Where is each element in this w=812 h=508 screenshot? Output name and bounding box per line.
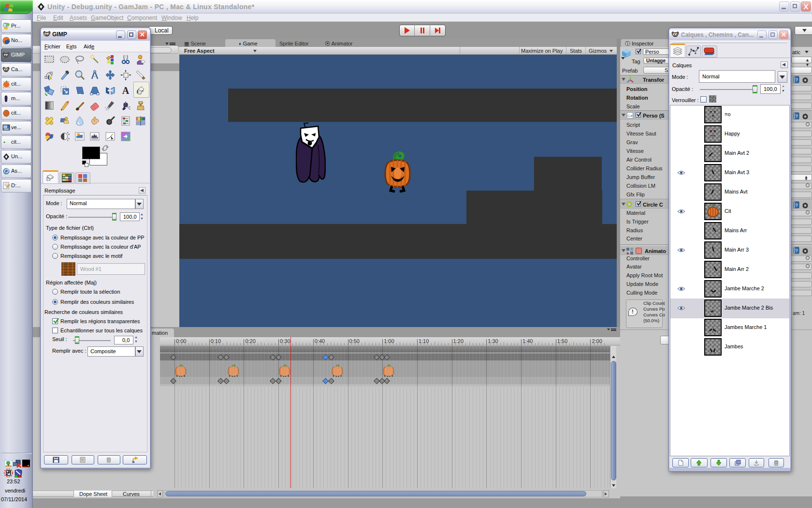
svg-text:?: ? xyxy=(795,203,798,208)
svg-text:A: A xyxy=(122,85,130,96)
svg-text:?: ? xyxy=(795,114,798,119)
svg-text:?: ? xyxy=(795,248,798,253)
svg-text:?: ? xyxy=(795,77,798,82)
